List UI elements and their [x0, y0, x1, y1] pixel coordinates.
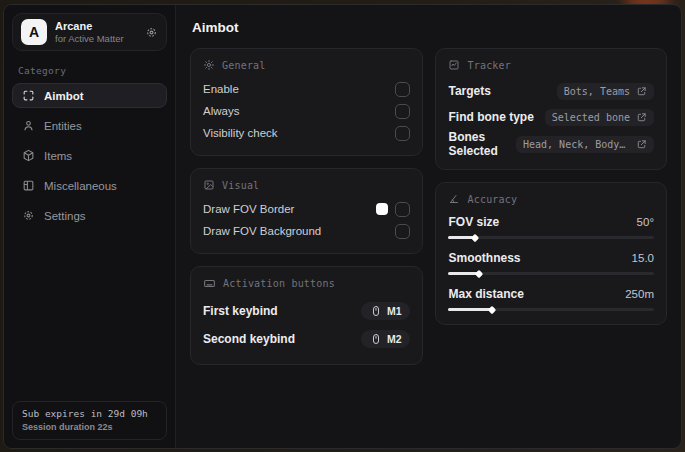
sidebar-item-items[interactable]: Items	[12, 143, 167, 168]
dropdown-value: Head, Neck, Body, Pe…	[523, 139, 630, 150]
brand-name: Arcane	[55, 20, 124, 32]
brand-subtitle: for Active Matter	[55, 33, 124, 44]
card-title: General	[222, 60, 266, 71]
keybind-value: M2	[387, 333, 402, 345]
setting-row: Enable	[203, 78, 410, 100]
entities-icon	[22, 119, 35, 132]
setting-label: Visibility check	[203, 127, 278, 139]
sidebar-item-label: Aimbot	[44, 90, 84, 102]
visibility-check-checkbox[interactable]	[395, 126, 410, 141]
sidebar: A Arcane for Active Matter Category	[4, 5, 176, 448]
card-title: Accuracy	[467, 194, 517, 205]
dropdown-value: Bots, Teams	[564, 86, 630, 97]
slider-fill	[448, 272, 479, 275]
targets-dropdown[interactable]: Bots, Teams	[557, 83, 654, 100]
second-keybind-button[interactable]: M2	[361, 330, 411, 348]
max-distance-slider-block: Max distance 250m	[448, 284, 654, 311]
sidebar-item-settings[interactable]: Settings	[12, 203, 167, 228]
setting-label: Find bone type	[448, 110, 533, 124]
setting-label: Targets	[448, 84, 490, 98]
smoothness-slider[interactable]	[448, 272, 654, 275]
setting-label: Always	[203, 105, 239, 117]
setting-label: Second keybind	[203, 332, 295, 346]
setting-label: Draw FOV Border	[203, 203, 294, 215]
category-label: Category	[18, 65, 161, 76]
bones-selected-dropdown[interactable]: Head, Neck, Body, Pe…	[516, 136, 654, 153]
draw-fov-background-checkbox[interactable]	[395, 224, 410, 239]
mouse-icon	[370, 305, 382, 317]
setting-label: Smoothness	[448, 251, 520, 265]
layout-icon	[22, 179, 35, 192]
smoothness-slider-block: Smoothness 15.0	[448, 248, 654, 275]
setting-row: Second keybind M2	[203, 325, 410, 353]
setting-row: Draw FOV Background	[203, 220, 410, 242]
setting-row: Always	[203, 100, 410, 122]
image-icon	[203, 179, 215, 191]
general-card: General Enable Always Visibility check	[190, 48, 423, 156]
subscription-info: Sub expires in 29d 09h Session duration …	[12, 401, 167, 440]
setting-row: Bones Selected Head, Neck, Body, Pe…	[448, 130, 654, 158]
setting-row: Visibility check	[203, 122, 410, 144]
first-keybind-button[interactable]: M1	[361, 302, 411, 320]
brand-header: A Arcane for Active Matter	[12, 13, 167, 51]
expand-icon	[636, 139, 647, 150]
draw-fov-border-checkbox[interactable]	[395, 202, 410, 217]
sub-expiry-text: Sub expires in 29d 09h	[22, 408, 157, 419]
slider-fill	[448, 236, 475, 239]
expand-icon	[636, 86, 647, 97]
card-title: Visual	[222, 180, 259, 191]
gear-icon[interactable]	[145, 26, 158, 39]
setting-label: Max distance	[448, 287, 523, 301]
setting-row: First keybind M1	[203, 297, 410, 325]
dropdown-value: Selected bone	[552, 112, 630, 123]
keyboard-icon	[203, 277, 216, 290]
setting-row: Find bone type Selected bone	[448, 104, 654, 130]
sidebar-item-entities[interactable]: Entities	[12, 113, 167, 138]
cube-icon	[22, 149, 35, 162]
max-distance-slider[interactable]	[448, 308, 654, 311]
setting-row: Draw FOV Border	[203, 198, 410, 220]
setting-label: Bones Selected	[448, 130, 516, 158]
angle-icon	[448, 193, 460, 205]
fov-size-slider[interactable]	[448, 236, 654, 239]
sidebar-item-label: Miscellaneous	[44, 180, 117, 192]
slider-value: 250m	[625, 288, 654, 300]
session-duration-text: Session duration 22s	[22, 422, 157, 432]
slider-fill	[448, 308, 491, 311]
arcane-menu-window: A Arcane for Active Matter Category	[3, 4, 682, 449]
card-title: Tracker	[467, 60, 511, 71]
sidebar-item-label: Settings	[44, 210, 86, 222]
expand-icon	[636, 112, 647, 123]
sidebar-item-label: Items	[44, 150, 72, 162]
setting-label: First keybind	[203, 304, 278, 318]
sidebar-item-miscellaneous[interactable]: Miscellaneous	[12, 173, 167, 198]
gear-icon	[22, 209, 35, 222]
slider-value: 15.0	[632, 252, 654, 264]
activity-icon	[448, 59, 460, 71]
setting-label: Enable	[203, 83, 239, 95]
category-menu: Aimbot Entities It	[12, 83, 167, 228]
keybind-value: M1	[387, 305, 402, 317]
tracker-card: Tracker Targets Bots, Teams	[435, 48, 667, 170]
setting-label: Draw FOV Background	[203, 225, 321, 237]
always-checkbox[interactable]	[395, 104, 410, 119]
enable-checkbox[interactable]	[395, 82, 410, 97]
activation-buttons-card: Activation buttons First keybind M1	[190, 266, 423, 365]
setting-row: Targets Bots, Teams	[448, 78, 654, 104]
page-title: Aimbot	[192, 20, 667, 35]
visual-card: Visual Draw FOV Border Draw FOV Backgrou…	[190, 168, 423, 254]
find-bone-type-dropdown[interactable]: Selected bone	[545, 109, 654, 126]
sidebar-item-aimbot[interactable]: Aimbot	[12, 83, 167, 108]
sun-icon	[203, 59, 215, 71]
mouse-icon	[370, 333, 382, 345]
sidebar-item-label: Entities	[44, 120, 82, 132]
card-title: Activation buttons	[223, 278, 335, 289]
game-background: A Arcane for Active Matter Category	[0, 0, 685, 452]
brand-logo: A	[21, 19, 47, 45]
fov-size-slider-block: FOV size 50°	[448, 212, 654, 239]
slider-value: 50°	[637, 216, 654, 228]
fov-border-color-swatch[interactable]	[376, 203, 388, 215]
setting-label: FOV size	[448, 215, 499, 229]
accuracy-card: Accuracy FOV size 50°	[435, 182, 667, 325]
main-panel: Aimbot General	[176, 5, 681, 448]
